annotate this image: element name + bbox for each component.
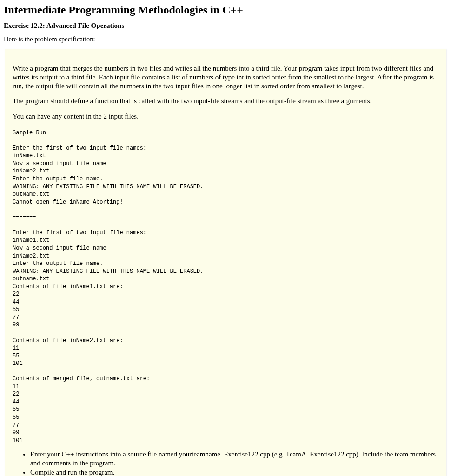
spec-paragraph-3: You can have any content in the 2 input … — [13, 112, 438, 121]
page-title: Intermediate Programming Methodologies i… — [4, 4, 447, 16]
spec-paragraph-1: Write a program that merges the numbers … — [13, 64, 438, 90]
intro-text: Here is the problem specification: — [4, 35, 447, 43]
sample-run: Sample Run Enter the first of two input … — [13, 129, 438, 444]
specification-box: Write a program that merges the numbers … — [5, 49, 446, 476]
list-item: Compile and run the program. — [30, 468, 438, 476]
exercise-subtitle: Exercise 12.2: Advanced File Operations — [4, 22, 447, 30]
list-item: Enter your C++ instructions into a sourc… — [30, 450, 438, 468]
instruction-list: Enter your C++ instructions into a sourc… — [13, 450, 438, 476]
spec-paragraph-2: The program should define a function tha… — [13, 97, 438, 106]
